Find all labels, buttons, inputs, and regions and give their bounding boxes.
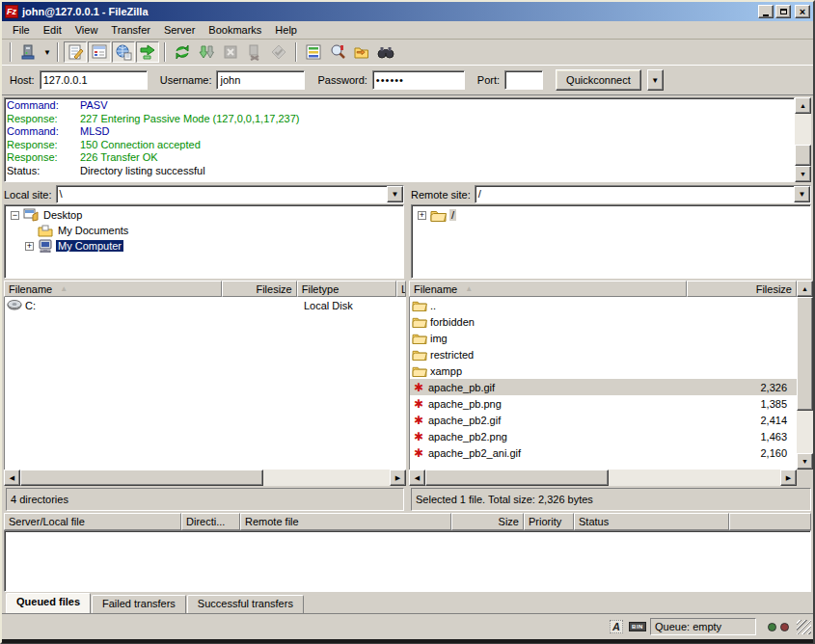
chevron-down-icon[interactable]: ▼ [794, 186, 810, 202]
chevron-down-icon[interactable]: ▼ [387, 186, 403, 202]
remote-vertical-scrollbar[interactable]: ▲ ▼ [797, 281, 813, 470]
site-manager-button[interactable] [16, 41, 40, 63]
scroll-up-icon[interactable]: ▲ [797, 281, 813, 297]
process-queue-button[interactable] [195, 41, 218, 63]
remote-directory-tree[interactable]: + / [411, 204, 811, 279]
host-label: Host: [10, 74, 35, 86]
username-input[interactable] [216, 70, 305, 90]
directory-comparison-button[interactable] [326, 41, 349, 63]
local-treeview-toggle-button[interactable] [88, 41, 111, 63]
scroll-right-icon[interactable]: ▶ [780, 470, 797, 486]
folder-icon [430, 209, 447, 222]
scrollbar-thumb[interactable] [797, 297, 813, 411]
refresh-button[interactable] [171, 41, 194, 63]
remote-file-row[interactable]: forbidden [410, 313, 797, 330]
local-site-combobox[interactable]: \ ▼ [56, 185, 404, 203]
local-file-row[interactable]: C: Local Disk [5, 297, 405, 313]
remote-site-combobox[interactable]: / ▼ [475, 185, 811, 203]
column-header-size[interactable]: Size [451, 513, 524, 530]
column-header-remote-file[interactable]: Remote file [240, 513, 451, 530]
tab-successful-transfers[interactable]: Successful transfers [187, 595, 304, 613]
quickconnect-dropdown[interactable]: ▼ [647, 69, 664, 91]
remote-file-row[interactable]: restricted [410, 346, 797, 362]
scrollbar-thumb[interactable] [425, 470, 609, 486]
remote-horizontal-scrollbar[interactable]: ◀ ▶ [409, 470, 797, 486]
remote-file-row[interactable]: ✱apache_pb2.png 1,463 [410, 428, 797, 444]
column-header-filesize[interactable]: Filesize [222, 281, 296, 297]
message-log[interactable]: Command:PASV Response:227 Entering Passi… [4, 97, 795, 182]
tree-item-my-computer[interactable]: + My Computer [5, 238, 403, 254]
password-input[interactable] [372, 70, 465, 90]
column-header-status[interactable]: Status [574, 513, 729, 530]
log-line: Response:150 Connection accepted [7, 139, 792, 152]
column-header-priority[interactable]: Priority [524, 513, 574, 530]
close-button[interactable]: × [795, 5, 810, 18]
binary-badge-icon[interactable]: BIN [629, 619, 646, 634]
scroll-right-icon[interactable]: ▶ [390, 470, 406, 486]
cancel-button[interactable] [219, 41, 242, 63]
scrollbar-thumb[interactable] [20, 470, 263, 486]
remote-file-row[interactable]: xampp [410, 362, 797, 379]
expand-icon[interactable]: + [418, 211, 426, 220]
tree-item-my-documents[interactable]: My Documents [5, 223, 403, 238]
log-vertical-scrollbar[interactable]: ▲ ▼ [795, 97, 811, 182]
maximize-button[interactable] [775, 5, 791, 18]
menu-transfer[interactable]: Transfer [104, 22, 157, 38]
remote-file-row[interactable]: ✱apache_pb2.gif 2,414 [410, 412, 797, 428]
transfer-queue-list[interactable] [4, 530, 811, 592]
remote-file-row[interactable]: ✱apache_pb2_ani.gif 2,160 [410, 444, 797, 461]
tab-failed-transfers[interactable]: Failed transfers [92, 595, 186, 613]
quickconnect-button[interactable]: Quickconnect [556, 69, 641, 91]
chevron-down-icon: ▼ [43, 48, 51, 57]
menu-view[interactable]: View [68, 22, 105, 38]
disconnect-button[interactable] [243, 41, 266, 63]
column-header-direction[interactable]: Directi... [181, 513, 240, 530]
scroll-up-icon[interactable]: ▲ [795, 97, 811, 114]
filter-button[interactable] [302, 41, 325, 63]
scroll-left-icon[interactable]: ◀ [409, 470, 425, 486]
local-site-panel: Local site: \ ▼ − Desktop My Documents + [2, 184, 406, 281]
column-header-lastmodified[interactable]: L [396, 281, 406, 297]
port-input[interactable] [504, 70, 543, 90]
tree-item-root[interactable]: + / [412, 207, 810, 223]
column-header-server-local-file[interactable]: Server/Local file [4, 513, 181, 530]
ascii-transfer-type-icon[interactable]: A [608, 619, 625, 634]
expand-icon[interactable]: + [25, 242, 34, 251]
scroll-down-icon[interactable]: ▼ [797, 453, 813, 470]
menu-server[interactable]: Server [157, 22, 202, 38]
remote-treeview-toggle-button[interactable] [112, 41, 135, 63]
menu-help[interactable]: Help [268, 22, 304, 38]
scrollbar-thumb[interactable] [795, 145, 811, 166]
scroll-left-icon[interactable]: ◀ [4, 470, 20, 486]
remote-file-row[interactable]: img [410, 330, 797, 346]
remote-file-list[interactable]: .. forbidden img restricted [409, 297, 797, 470]
remote-file-row[interactable]: .. [410, 297, 797, 313]
column-header-filesize[interactable]: Filesize [687, 281, 797, 297]
column-header-filetype[interactable]: Filetype [297, 281, 396, 297]
find-files-button[interactable] [374, 41, 397, 63]
site-manager-dropdown[interactable]: ▼ [41, 41, 52, 63]
tree-item-desktop[interactable]: − Desktop [5, 207, 403, 223]
remote-file-row-selected[interactable]: ✱apache_pb.gif 2,326 [410, 379, 797, 395]
menu-bookmarks[interactable]: Bookmarks [202, 22, 268, 38]
minimize-icon [763, 14, 769, 16]
synchronized-browsing-button[interactable] [350, 41, 373, 63]
local-file-list[interactable]: C: Local Disk [4, 297, 406, 470]
collapse-icon[interactable]: − [11, 211, 19, 220]
scroll-down-icon[interactable]: ▼ [795, 166, 811, 182]
column-header-filename[interactable]: Filename▲ [4, 281, 222, 297]
column-header-filename[interactable]: Filename▲ [409, 281, 687, 297]
message-log-toggle-button[interactable] [64, 41, 87, 63]
local-directory-tree[interactable]: − Desktop My Documents + My Computer [4, 204, 404, 279]
menu-edit[interactable]: Edit [37, 22, 68, 38]
local-horizontal-scrollbar[interactable]: ◀ ▶ [4, 470, 406, 486]
host-input[interactable] [40, 70, 148, 90]
minimize-button[interactable] [758, 5, 774, 18]
reconnect-button[interactable] [267, 41, 290, 63]
remote-file-row[interactable]: ✱apache_pb.png 1,385 [410, 395, 797, 412]
transfer-queue-toggle-button[interactable] [136, 41, 159, 63]
tab-queued-files[interactable]: Queued files [6, 593, 91, 613]
menu-file[interactable]: File [6, 22, 37, 38]
resize-grip[interactable] [797, 620, 811, 634]
title-bar[interactable]: Fz john@127.0.0.1 - FileZilla × [2, 2, 813, 21]
